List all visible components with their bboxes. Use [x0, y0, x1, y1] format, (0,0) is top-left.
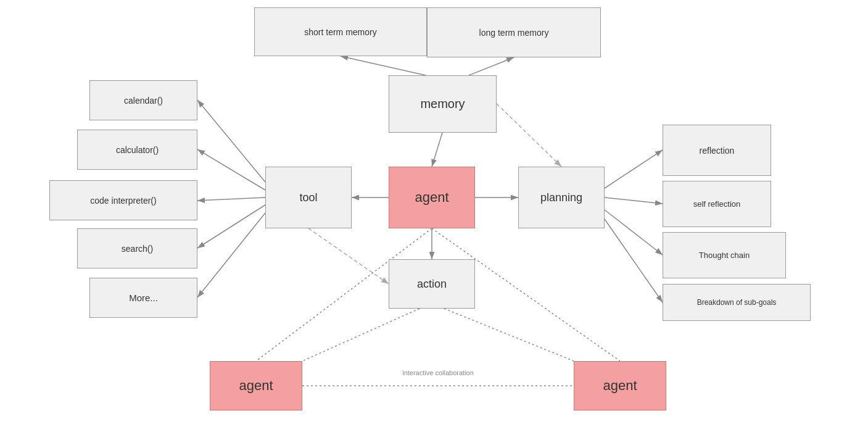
- search-box: search(): [77, 228, 197, 268]
- calculator-box: calculator(): [77, 130, 197, 170]
- thought-chain-label: Thought chain: [699, 251, 750, 260]
- planning-label: planning: [540, 191, 582, 204]
- agent-bottom-left-box: agent: [210, 361, 302, 410]
- agent-bottom-right-box: agent: [574, 361, 666, 410]
- svg-line-15: [605, 150, 663, 188]
- svg-line-19: [497, 104, 561, 167]
- svg-line-4: [341, 56, 426, 75]
- search-label: search(): [122, 244, 153, 254]
- action-box: action: [389, 259, 475, 309]
- svg-line-16: [605, 197, 663, 204]
- code-interpreter-box: code interpreter(): [49, 180, 197, 220]
- interactive-collaboration-label: interactive collaboration: [342, 369, 534, 381]
- sub-goals-label: Breakdown of sub-goals: [697, 298, 777, 307]
- svg-line-18: [605, 219, 663, 302]
- more-label: More...: [129, 293, 158, 303]
- memory-label: memory: [420, 97, 465, 111]
- more-box: More...: [89, 278, 197, 318]
- thought-chain-box: Thought chain: [663, 232, 786, 278]
- code-interpreter-label: code interpreter(): [90, 196, 156, 206]
- svg-line-14: [197, 213, 265, 297]
- svg-line-12: [197, 197, 265, 201]
- svg-line-23: [302, 309, 420, 361]
- self-reflection-label: self reflection: [693, 199, 741, 209]
- short-term-memory-box: short term memory: [254, 7, 427, 56]
- svg-line-6: [432, 133, 442, 167]
- tool-box: tool: [265, 167, 352, 228]
- svg-line-17: [605, 210, 663, 255]
- planning-box: planning: [518, 167, 605, 228]
- calendar-label: calendar(): [124, 96, 163, 106]
- agent-bottom-right-label: agent: [603, 378, 637, 394]
- agent-center-box: agent: [389, 167, 475, 228]
- short-term-memory-label: short term memory: [304, 27, 376, 37]
- calendar-box: calendar(): [89, 80, 197, 120]
- sub-goals-box: Breakdown of sub-goals: [663, 284, 811, 321]
- svg-line-20: [308, 228, 389, 284]
- long-term-memory-label: long term memory: [479, 28, 549, 38]
- long-term-memory-box: long term memory: [427, 7, 601, 57]
- diagram-container: short term memory long term memory memor…: [0, 0, 868, 424]
- svg-line-5: [469, 57, 514, 75]
- agent-bottom-left-label: agent: [239, 378, 273, 394]
- memory-box: memory: [389, 75, 497, 133]
- tool-label: tool: [299, 191, 317, 204]
- svg-line-24: [444, 309, 574, 361]
- reflection-label: reflection: [700, 146, 735, 156]
- reflection-box: reflection: [663, 125, 771, 176]
- self-reflection-box: self reflection: [663, 181, 771, 227]
- svg-line-10: [197, 100, 265, 182]
- calculator-label: calculator(): [116, 145, 159, 155]
- agent-center-label: agent: [415, 189, 448, 206]
- action-label: action: [417, 278, 447, 291]
- svg-line-11: [197, 149, 265, 190]
- svg-line-13: [197, 205, 265, 248]
